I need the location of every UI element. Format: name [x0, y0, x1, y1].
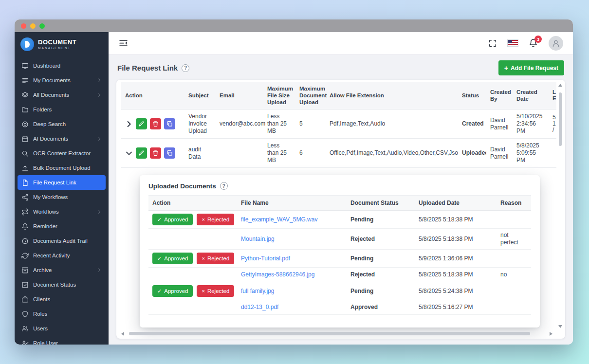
search-icon — [21, 150, 29, 157]
document-status-cell: Rejected — [347, 229, 415, 250]
document-status-cell: Pending — [347, 250, 415, 268]
sidebar-item-file-request-link[interactable]: File Request Link — [18, 175, 106, 190]
edit-button[interactable] — [136, 147, 147, 159]
horizontal-scrollbar-thumb[interactable] — [129, 332, 530, 335]
workflow-icon — [21, 194, 29, 201]
subject-cell: Vendor Invoice Upload — [184, 109, 216, 139]
column-header-status: Status — [458, 82, 486, 109]
sidebar-item-my-documents[interactable]: My Documents — [18, 73, 106, 88]
column-header-email: Email — [216, 82, 263, 109]
topbar: 3 — [109, 32, 573, 55]
check-icon: ✓ — [157, 289, 162, 294]
file-name-link[interactable]: Mountain.jpg — [241, 236, 275, 242]
sidebar-item-ai-documents[interactable]: AI Documents — [18, 131, 106, 146]
desktop-background: DOCUMENT MANAGEMENT Dashboard My Documen… — [0, 0, 589, 364]
sidebar-item-roles[interactable]: Roles — [18, 307, 106, 321]
approve-button[interactable]: ✓Approved — [152, 253, 193, 264]
minimize-window-button[interactable] — [30, 23, 36, 29]
reject-button[interactable]: ×Rejected — [197, 253, 234, 264]
uploaded-documents-panel: Uploaded Documents ? — [140, 175, 540, 328]
add-file-request-button[interactable]: + Add File Request — [498, 60, 564, 75]
scroll-down-arrow[interactable] — [558, 325, 562, 328]
sidebar-item-dashboard[interactable]: Dashboard — [18, 58, 106, 73]
copy-button[interactable] — [164, 147, 175, 159]
user-avatar[interactable] — [549, 36, 563, 51]
uploaded-doc-row: dd12-13_0.pdf Approved 5/8/2025 5:16:27 … — [148, 300, 531, 315]
horizontal-scrollbar[interactable] — [121, 331, 552, 336]
created-date-cell: 5/10/2025 2:34:56 PM — [513, 109, 549, 139]
expand-row-button[interactable] — [125, 120, 133, 128]
column-header-doc-action: Action — [148, 196, 237, 211]
uploaded-date-cell: 5/8/2025 5:18:38 PM — [415, 268, 497, 282]
scroll-up-arrow[interactable] — [558, 84, 562, 87]
document-status-cell: Pending — [347, 282, 415, 300]
bell-icon — [21, 223, 29, 230]
copy-button[interactable] — [164, 118, 175, 129]
help-icon[interactable]: ? — [220, 182, 228, 190]
sidebar-item-deep-search[interactable]: Deep Search — [18, 117, 106, 131]
scroll-left-arrow[interactable] — [121, 332, 124, 336]
sidebar-item-documents-audit-trail[interactable]: Documents Audit Trail — [18, 234, 106, 248]
vertical-scrollbar-thumb[interactable] — [559, 92, 562, 146]
reason-cell — [497, 282, 531, 300]
sidebar-item-archive[interactable]: Archive — [18, 263, 106, 277]
uploaded-doc-row: ✓Approved ×Rejected Python-Tutorial.pdf … — [148, 250, 531, 268]
file-name-link[interactable]: GettyImages-588662946.jpg — [241, 271, 314, 278]
column-header-document-status: Document Status — [347, 196, 415, 211]
subject-cell: audit Data — [184, 139, 216, 168]
file-name-link[interactable]: file_example_WAV_5MG.wav — [241, 216, 317, 223]
close-window-button[interactable] — [21, 23, 26, 29]
collapse-row-button[interactable] — [125, 149, 133, 157]
sidebar-item-ocr-content-extractor[interactable]: OCR Content Extractor — [18, 146, 106, 161]
zoom-window-button[interactable] — [39, 23, 45, 29]
uploaded-date-cell: 5/8/2025 5:16:27 PM — [415, 300, 497, 315]
help-icon[interactable]: ? — [182, 64, 189, 72]
approve-button[interactable]: ✓Approved — [152, 214, 193, 225]
x-icon: × — [202, 256, 204, 261]
chevron-right-icon — [97, 268, 102, 273]
sidebar-item-my-workflows[interactable]: My Workflows — [18, 190, 106, 204]
sidebar-item-bulk-document-upload[interactable]: Bulk Document Upload — [18, 161, 106, 175]
chevron-right-icon — [97, 209, 102, 214]
edit-button[interactable] — [136, 118, 147, 129]
approve-button[interactable]: ✓Approved — [152, 285, 193, 297]
file-request-table-card: Action Subject Email Maximum File Size U… — [116, 80, 565, 339]
uploaded-doc-row: Mountain.jpg Rejected 5/8/2025 5:18:38 P… — [148, 229, 531, 250]
sidebar-item-workflows[interactable]: Workflows — [18, 204, 106, 219]
file-name-link[interactable]: full family.jpg — [241, 288, 274, 294]
reject-button[interactable]: ×Rejected — [197, 214, 234, 225]
sidebar-toggle-button[interactable] — [118, 38, 129, 48]
sidebar-item-users[interactable]: Users — [18, 321, 106, 336]
sidebar-item-document-status[interactable]: Document Status — [18, 277, 106, 292]
max-file-size-cell: Less than 25 MB — [263, 109, 295, 139]
delete-button[interactable] — [150, 147, 161, 159]
clipped-cell — [549, 139, 556, 168]
sidebar-item-all-documents[interactable]: All Documents — [18, 88, 106, 102]
sidebar-item-role-user[interactable]: Role User — [18, 336, 106, 345]
sidebar-item-reminder[interactable]: Reminder — [18, 219, 106, 234]
doc-action-cell-empty — [148, 300, 237, 315]
column-header-reason: Reason — [497, 196, 531, 211]
sidebar-item-recent-activity[interactable]: Recent Activity — [18, 248, 106, 263]
fullscreen-button[interactable] — [488, 39, 497, 48]
vertical-scrollbar[interactable] — [558, 84, 563, 328]
page-title: File Request Link — [117, 64, 178, 72]
extensions-cell: Pdf,Image,Text,Audio — [326, 109, 458, 139]
table-header-row: Action Subject Email Maximum File Size U… — [121, 82, 556, 109]
email-cell — [216, 139, 263, 168]
sidebar-item-clients[interactable]: Clients — [18, 292, 106, 307]
flag-canton — [508, 40, 512, 43]
scroll-right-arrow[interactable] — [550, 332, 552, 336]
window-titlebar[interactable] — [15, 19, 573, 32]
file-name-link[interactable]: dd12-13_0.pdf — [241, 304, 278, 310]
column-header-subject: Subject — [184, 82, 216, 109]
created-date-cell: 5/8/2025 5:09:55 PM — [513, 139, 549, 168]
reject-button[interactable]: ×Rejected — [197, 285, 234, 297]
us-flag-icon[interactable] — [508, 40, 518, 46]
delete-button[interactable] — [150, 118, 161, 129]
shield-icon — [21, 310, 29, 318]
uploaded-documents-title: Uploaded Documents — [148, 182, 216, 190]
notifications-button[interactable]: 3 — [529, 38, 538, 48]
file-name-link[interactable]: Python-Tutorial.pdf — [241, 255, 290, 262]
sidebar-item-folders[interactable]: Folders — [18, 102, 106, 117]
